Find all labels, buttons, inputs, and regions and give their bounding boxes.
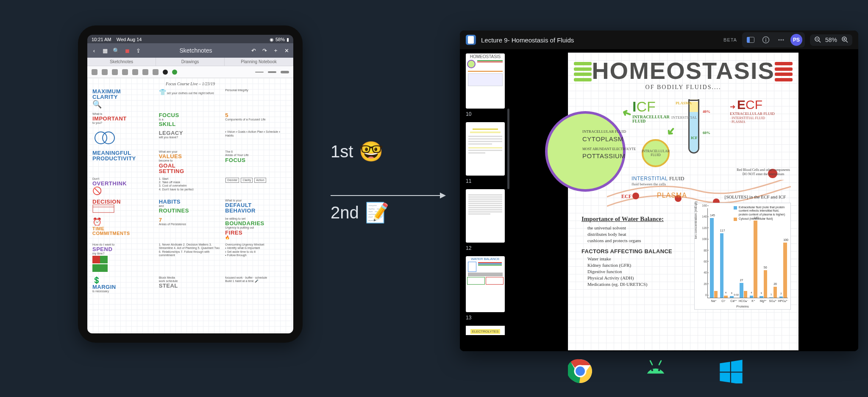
svg-point-24 (651, 369, 654, 371)
color-green[interactable] (172, 70, 177, 75)
word-setting: SETTING (159, 168, 222, 174)
word-steal: STEAL (159, 283, 222, 288)
arrow-icon (331, 195, 445, 196)
text-tool[interactable] (153, 69, 159, 75)
word-margin: MARGIN (92, 284, 156, 290)
app-icon (466, 35, 476, 45)
bookmark-icon[interactable]: ◼ (124, 47, 131, 54)
avatar[interactable]: PS (790, 34, 802, 46)
svg-line-22 (650, 361, 652, 365)
shape-tool[interactable] (142, 69, 148, 75)
grid-icon[interactable]: ▦ (102, 47, 108, 54)
chart-bar (714, 291, 718, 298)
test-tube (688, 99, 699, 154)
add-icon[interactable]: ＋ (272, 47, 279, 54)
thumb-scrollbar[interactable] (507, 109, 509, 189)
doc-title[interactable]: Sketchnotes (146, 47, 246, 54)
svg-point-1 (103, 132, 114, 144)
note-viewport[interactable]: HOMEOSTASIS OF BODILY FLUIDS.... ICF INT… (511, 49, 858, 351)
list-2: 1. Start2. Take off mask3. Cost of overw… (158, 176, 223, 196)
chart-bar-group: 30.02Ca²⁺ (730, 296, 737, 298)
svg-rect-5 (747, 37, 749, 43)
svg-point-10 (780, 39, 782, 40)
svg-rect-2 (93, 205, 114, 212)
label-first: 1st (331, 142, 353, 161)
page-thumb-12[interactable] (466, 189, 505, 243)
zoom-out-button[interactable] (814, 36, 821, 44)
word-behavior: BEHAVIOR (225, 208, 288, 213)
battery-icon: ▮ (287, 37, 289, 42)
page-thumb-11[interactable] (466, 122, 505, 176)
clock-icon: ⏰ (92, 218, 102, 226)
share-icon[interactable]: ⇪ (135, 47, 142, 54)
word-components: Components of a Focused Life (225, 118, 288, 121)
svg-rect-8 (765, 39, 766, 42)
thumb-num-11: 11 (466, 178, 506, 184)
page-thumb-13[interactable]: WATER BALANCE (466, 256, 505, 312)
note-page[interactable]: HOMEOSTASIS OF BODILY FLUIDS.... ICF INT… (568, 53, 798, 350)
beta-badge: BETA (723, 37, 737, 42)
list-item: the universal solvent (587, 225, 683, 230)
close-icon[interactable]: ✕ (283, 47, 290, 54)
cell-large-text: INTRACELLULAR FLUID CYTOPLASM MOST ABUND… (582, 129, 636, 160)
comparison-labels: 1st 🤓 2nd 📝 (331, 140, 453, 232)
tab-planning[interactable]: Planning Notebook (225, 58, 293, 66)
sketchnote-page[interactable]: Focus Course Live – 1/23/19 MAXIMUM CLAR… (87, 78, 293, 333)
chart-category: K⁺ (748, 299, 759, 303)
word-goal: GOAL (159, 163, 222, 168)
chart-bar: 50 (764, 270, 768, 298)
zoom-controls: 58% (810, 34, 852, 46)
chart-bar: 3 (730, 296, 734, 298)
more-icon[interactable] (775, 34, 787, 46)
tube-plasma-label: PLASMA (676, 101, 692, 105)
word-productivity: PRODUCTIVITY (92, 156, 156, 161)
back-icon[interactable]: ‹ (91, 47, 97, 54)
chart-xlabel: Proteins (695, 305, 790, 308)
search-icon[interactable]: 🔍 (113, 47, 120, 54)
word-seven: 7 (159, 217, 222, 223)
lasso-tool[interactable] (132, 69, 138, 75)
thumb-electrolytes: ELECTROLYTES (470, 329, 501, 334)
chart-bar: 100 (783, 243, 787, 298)
app-titlebar: Lecture 9- Homeostasis of Fluids BETA PS… (460, 31, 858, 49)
chart-bar: 20 (773, 287, 777, 298)
redo-icon[interactable]: ↷ (261, 47, 268, 54)
color-black[interactable] (163, 70, 168, 75)
pencil-tool[interactable] (102, 69, 108, 75)
thumb-num-12: 12 (466, 245, 506, 251)
pen-tool[interactable] (92, 69, 97, 75)
panel-toggle-icon[interactable] (745, 34, 757, 46)
tab-sketchnotes[interactable]: Sketchnotes (87, 58, 156, 66)
doc-tabs: Sketchnotes Drawings Planning Notebook (87, 58, 293, 66)
chart-bar-group: 1174Cl⁻ (720, 233, 728, 298)
stroke-med[interactable] (268, 71, 276, 73)
solutes-chart: Extracellular fluid (note that protein c… (694, 203, 791, 310)
page-thumb-10[interactable]: HOMEOSTASIS (466, 53, 505, 109)
plasma-label: PLASMA (657, 192, 687, 199)
arrow-green-icon: ➜ (663, 123, 679, 139)
sketch-box-1: 👕 set your clothes out the night before (158, 88, 223, 110)
word-commitments: COMMITMENTS (92, 231, 156, 236)
importance-heading: Importance of Water Balance: (581, 215, 683, 223)
ipad-screen: 10:21 AM Wed Aug 14 ◉ 58% ▮ ‹ ▦ 🔍 ◼ ⇪ Sk… (87, 35, 293, 333)
highlighter-tool[interactable] (112, 69, 118, 75)
tool-row (87, 66, 293, 78)
chart-bar-group: 27HCO₃⁻ (740, 283, 747, 298)
chart-bar: 4 (724, 296, 728, 298)
undo-icon[interactable]: ↶ (250, 47, 257, 54)
stroke-thin[interactable] (255, 72, 264, 73)
nerd-emoji-icon: 🤓 (359, 140, 383, 163)
tab-drawings[interactable]: Drawings (156, 58, 225, 66)
word-boundaries: BOUNDARIES (225, 221, 288, 226)
thumbnail-rail[interactable]: HOMEOSTASIS 10 (460, 49, 511, 351)
svg-line-23 (659, 361, 661, 365)
chart-category: Ca²⁺ (729, 299, 739, 303)
eraser-tool[interactable] (122, 69, 128, 75)
list-item: Water intake (587, 256, 683, 261)
word-decision: DECISION (92, 199, 156, 204)
fire-icon: 🔥 (225, 235, 230, 240)
info-icon[interactable] (760, 34, 772, 46)
zoom-in-button[interactable] (841, 36, 848, 44)
stroke-thick[interactable] (281, 71, 289, 73)
word-clarity: CLARITY (92, 94, 156, 100)
